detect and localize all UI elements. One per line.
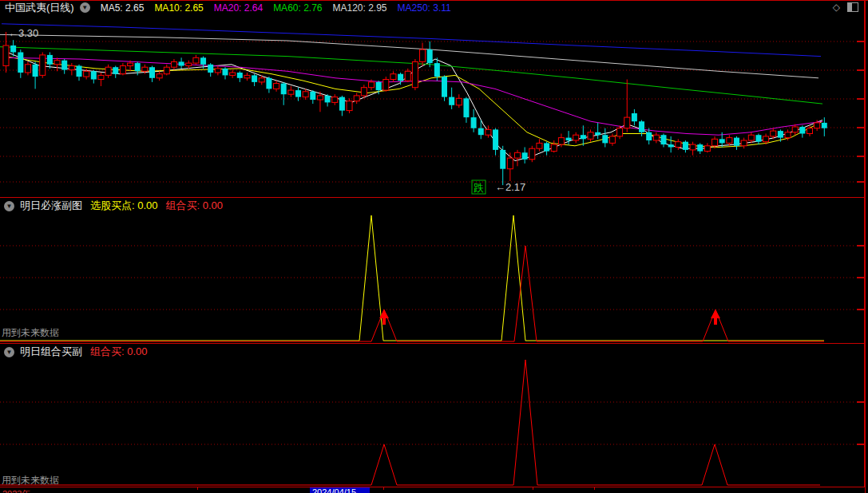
panel3-header: ▼ 明日组合买副 组合买: 0.00 xyxy=(4,345,156,358)
chevron-down-icon[interactable]: ▼ xyxy=(80,2,90,13)
diamond-icon[interactable]: ◇ xyxy=(833,2,840,12)
axis-tick xyxy=(533,487,533,490)
ma120-label: MA120: 2.95 xyxy=(333,2,387,14)
ma10-label: MA10: 2.65 xyxy=(154,2,203,14)
panel2-header: ▼ 明日必涨副图 选股买点: 0.00 组合买: 0.00 xyxy=(4,199,231,212)
panel2-signal-label-2: 组合买: 0.00 xyxy=(166,199,224,213)
panel3-title: 明日组合买副 xyxy=(20,345,82,359)
svg-text:←3.30: ←3.30 xyxy=(8,27,38,39)
future-data-watermark: 用到未来数据 xyxy=(2,474,59,487)
ma250-label: MA250: 3.11 xyxy=(398,2,451,14)
stock-title: 中国武夷(日线) xyxy=(5,1,74,15)
indicator-panel-zuhemai[interactable] xyxy=(0,344,865,487)
future-data-watermark: 用到未来数据 xyxy=(2,326,59,340)
chevron-down-icon[interactable]: ▼ xyxy=(4,347,14,357)
indicator-panel-bixzhang[interactable] xyxy=(0,198,865,343)
svg-text:跌: 跌 xyxy=(474,182,484,194)
window-layout-icon[interactable] xyxy=(847,2,858,12)
selected-date-badge: 2024/04/15 xyxy=(310,487,370,493)
axis-year-label: 2023年 xyxy=(2,488,30,493)
ma20-label: MA20: 2.64 xyxy=(214,2,263,14)
axis-tick xyxy=(383,487,384,490)
panel2-signal-label-1: 选股买点: 0.00 xyxy=(90,199,158,213)
time-axis-bar[interactable]: 2023年 2024/04/15 xyxy=(0,487,865,493)
main-candlestick-chart[interactable]: ←3.30←2.17跌 xyxy=(0,14,865,197)
panel3-signal-label-1: 组合买: 0.00 xyxy=(90,345,148,359)
axis-tick xyxy=(197,487,198,490)
axis-tick xyxy=(594,487,595,490)
svg-text:←2.17: ←2.17 xyxy=(495,181,525,193)
ma5-label: MA5: 2.65 xyxy=(101,2,145,14)
titlebar-icons: ◇ xyxy=(833,2,858,12)
panel2-title: 明日必涨副图 xyxy=(20,199,82,213)
ma60-label: MA60: 2.76 xyxy=(273,2,322,14)
main-chart-header: 中国武夷(日线) ▼ MA5: 2.65 MA10: 2.65 MA20: 2.… xyxy=(0,1,868,14)
chevron-down-icon[interactable]: ▼ xyxy=(4,201,14,211)
